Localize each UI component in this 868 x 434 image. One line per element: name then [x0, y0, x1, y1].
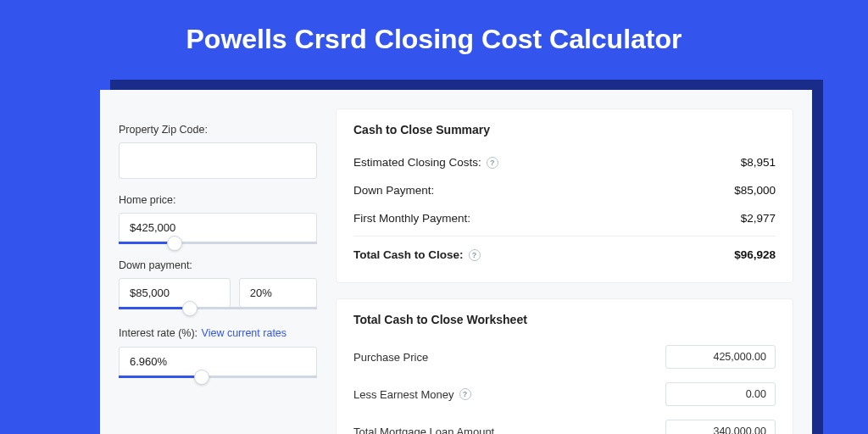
- help-icon[interactable]: ?: [459, 388, 471, 400]
- view-rates-link[interactable]: View current rates: [202, 327, 287, 339]
- interest-rate-slider-thumb[interactable]: [194, 370, 209, 385]
- worksheet-purchase-price-input[interactable]: [665, 345, 776, 369]
- worksheet-row: Purchase Price: [353, 338, 776, 376]
- down-payment-group: Down payment:: [119, 259, 317, 309]
- summary-row: Down Payment: $85,000: [353, 176, 776, 204]
- summary-row-label: Estimated Closing Costs:: [353, 156, 481, 169]
- interest-rate-group: Interest rate (%): View current rates: [119, 325, 317, 378]
- summary-row-value: $8,951: [741, 156, 776, 169]
- home-price-slider[interactable]: [119, 242, 317, 244]
- worksheet-row-label: Less Earnest Money: [353, 388, 454, 401]
- page-title: Powells Crsrd Closing Cost Calculator: [0, 0, 868, 75]
- worksheet-panel: Total Cash to Close Worksheet Purchase P…: [336, 298, 793, 434]
- summary-row-value: $2,977: [741, 212, 776, 225]
- down-payment-label: Down payment:: [119, 259, 317, 271]
- zip-label: Property Zip Code:: [119, 124, 317, 136]
- home-price-label: Home price:: [119, 194, 317, 206]
- home-price-input[interactable]: [119, 213, 317, 242]
- worksheet-row: Total Mortgage Loan Amount: [353, 413, 776, 434]
- interest-rate-input[interactable]: [119, 347, 317, 376]
- worksheet-row: Less Earnest Money ?: [353, 376, 776, 413]
- zip-input[interactable]: [119, 142, 317, 179]
- results-column: Cash to Close Summary Estimated Closing …: [336, 108, 793, 434]
- down-payment-slider[interactable]: [119, 307, 317, 309]
- home-price-group: Home price:: [119, 194, 317, 244]
- worksheet-heading: Total Cash to Close Worksheet: [353, 313, 776, 326]
- summary-heading: Cash to Close Summary: [353, 123, 776, 136]
- down-payment-amount-input[interactable]: [119, 278, 231, 308]
- home-price-slider-thumb[interactable]: [167, 236, 182, 251]
- summary-row-label: Down Payment:: [353, 184, 434, 197]
- worksheet-row-label: Total Mortgage Loan Amount: [353, 426, 494, 435]
- summary-panel: Cash to Close Summary Estimated Closing …: [336, 108, 793, 283]
- interest-rate-label: Interest rate (%):: [119, 327, 198, 339]
- worksheet-mortgage-amount-input[interactable]: [665, 420, 776, 434]
- summary-total-value: $96,928: [734, 248, 776, 261]
- summary-total-label: Total Cash to Close:: [353, 248, 464, 261]
- summary-row-value: $85,000: [734, 184, 776, 197]
- worksheet-earnest-money-input[interactable]: [665, 382, 776, 406]
- down-payment-percent-input[interactable]: [239, 278, 317, 308]
- interest-rate-slider[interactable]: [119, 376, 317, 378]
- worksheet-row-label: Purchase Price: [353, 351, 428, 364]
- inputs-column: Property Zip Code: Home price: Down paym…: [119, 108, 317, 434]
- calculator-card: Property Zip Code: Home price: Down paym…: [100, 90, 812, 434]
- zip-group: Property Zip Code:: [119, 124, 317, 179]
- down-payment-slider-thumb[interactable]: [182, 301, 198, 316]
- summary-row: First Monthly Payment: $2,977: [353, 204, 776, 232]
- summary-row: Estimated Closing Costs: ? $8,951: [353, 148, 776, 176]
- help-icon[interactable]: ?: [469, 249, 481, 261]
- summary-row-label: First Monthly Payment:: [353, 212, 470, 225]
- help-icon[interactable]: ?: [487, 157, 498, 169]
- summary-total-row: Total Cash to Close: ? $96,928: [353, 236, 776, 269]
